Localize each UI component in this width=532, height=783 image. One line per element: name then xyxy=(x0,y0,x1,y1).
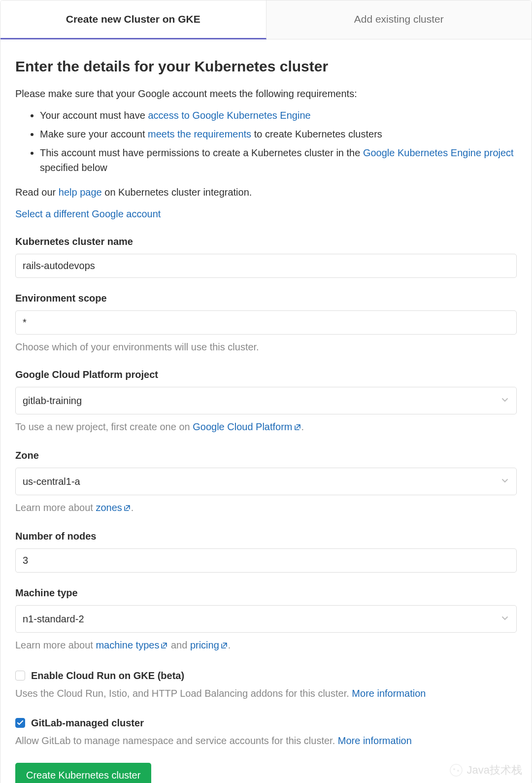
text: Allow GitLab to manage namespace and ser… xyxy=(15,735,338,746)
create-cluster-button[interactable]: Create Kubernetes cluster xyxy=(15,763,151,783)
environment-scope-input[interactable] xyxy=(15,310,517,335)
cluster-name-input[interactable] xyxy=(15,254,517,278)
environment-scope-help: Choose which of your environments will u… xyxy=(15,340,517,354)
nodes-input[interactable] xyxy=(15,548,517,573)
external-link-icon xyxy=(123,501,131,516)
requirement-item: Make sure your account meets the require… xyxy=(40,127,517,141)
text: . xyxy=(228,640,231,650)
text: and xyxy=(168,640,190,650)
cloud-run-help: Uses the Cloud Run, Istio, and HTTP Load… xyxy=(15,686,517,701)
gcp-project-select[interactable]: gitlab-training xyxy=(15,387,517,414)
machine-type-label: Machine type xyxy=(15,585,517,600)
machine-type-help: Learn more about machine types and prici… xyxy=(15,638,517,653)
content: Enter the details for your Kubernetes cl… xyxy=(0,39,532,783)
zone-select[interactable]: us-central1-a xyxy=(15,468,517,495)
text: . xyxy=(301,421,304,432)
machine-type-select[interactable]: n1-standard-2 xyxy=(15,605,517,633)
external-link-icon xyxy=(220,639,228,653)
cluster-name-label: Kubernetes cluster name xyxy=(15,234,517,249)
text: on Kubernetes cluster integration. xyxy=(102,187,252,198)
tabs: Create new Cluster on GKE Add existing c… xyxy=(0,0,532,39)
field-gcp-project: Google Cloud Platform project gitlab-tra… xyxy=(15,367,517,435)
field-cluster-name: Kubernetes cluster name xyxy=(15,234,517,278)
managed-checkbox[interactable] xyxy=(15,718,25,728)
managed-more-link[interactable]: More information xyxy=(338,735,412,746)
cluster-panel: Create new Cluster on GKE Add existing c… xyxy=(0,0,532,783)
requirement-item: Your account must have access to Google … xyxy=(40,108,517,123)
zones-link[interactable]: zones xyxy=(96,502,131,513)
requirements-link[interactable]: meets the requirements xyxy=(148,129,251,139)
zone-help: Learn more about zones. xyxy=(15,500,517,516)
machine-types-link[interactable]: machine types xyxy=(96,640,168,650)
field-nodes: Number of nodes xyxy=(15,529,517,573)
cloud-run-label: Enable Cloud Run on GKE (beta) xyxy=(31,668,184,683)
nodes-label: Number of nodes xyxy=(15,529,517,544)
tab-create-new-cluster[interactable]: Create new Cluster on GKE xyxy=(0,0,266,39)
page-heading: Enter the details for your Kubernetes cl… xyxy=(15,55,517,77)
text: Uses the Cloud Run, Istio, and HTTP Load… xyxy=(15,688,352,699)
environment-scope-label: Environment scope xyxy=(15,291,517,306)
cloud-run-row: Enable Cloud Run on GKE (beta) xyxy=(15,668,517,683)
gke-access-link[interactable]: access to Google Kubernetes Engine xyxy=(148,110,310,121)
cloud-run-more-link[interactable]: More information xyxy=(352,688,426,699)
text: Make sure your account xyxy=(40,129,148,139)
text: This account must have permissions to cr… xyxy=(40,147,363,158)
external-link-icon xyxy=(160,639,168,653)
gke-project-link[interactable]: Google Kubernetes Engine project xyxy=(363,147,514,158)
zone-label: Zone xyxy=(15,448,517,463)
field-environment-scope: Environment scope Choose which of your e… xyxy=(15,291,517,354)
field-machine-type: Machine type n1-standard-2 Learn more ab… xyxy=(15,585,517,653)
pricing-link[interactable]: pricing xyxy=(190,640,228,650)
gcp-project-label: Google Cloud Platform project xyxy=(15,367,517,382)
text: Learn more about xyxy=(15,502,96,513)
requirements-list: Your account must have access to Google … xyxy=(40,108,517,175)
external-link-icon xyxy=(294,420,301,435)
text: . xyxy=(131,502,134,513)
tab-add-existing-cluster[interactable]: Add existing cluster xyxy=(266,0,532,39)
select-account-link[interactable]: Select a different Google account xyxy=(15,208,161,219)
text: Learn more about xyxy=(15,640,96,650)
gcp-project-help: To use a new project, first create one o… xyxy=(15,419,517,435)
intro-text: Please make sure that your Google accoun… xyxy=(15,86,517,101)
text: Read our xyxy=(15,187,59,198)
text: to create Kubernetes clusters xyxy=(251,129,382,139)
text: To use a new project, first create one o… xyxy=(15,421,193,432)
cloud-run-checkbox[interactable] xyxy=(15,671,25,681)
help-page-link[interactable]: help page xyxy=(59,187,102,198)
managed-row: GitLab-managed cluster xyxy=(15,715,517,730)
text: specified below xyxy=(40,162,107,173)
field-zone: Zone us-central1-a Learn more about zone… xyxy=(15,448,517,516)
requirement-item: This account must have permissions to cr… xyxy=(40,145,517,175)
gcp-link[interactable]: Google Cloud Platform xyxy=(193,421,301,432)
managed-help: Allow GitLab to manage namespace and ser… xyxy=(15,733,517,748)
help-page-text: Read our help page on Kubernetes cluster… xyxy=(15,185,517,200)
managed-label: GitLab-managed cluster xyxy=(31,715,144,730)
text: Your account must have xyxy=(40,110,148,121)
